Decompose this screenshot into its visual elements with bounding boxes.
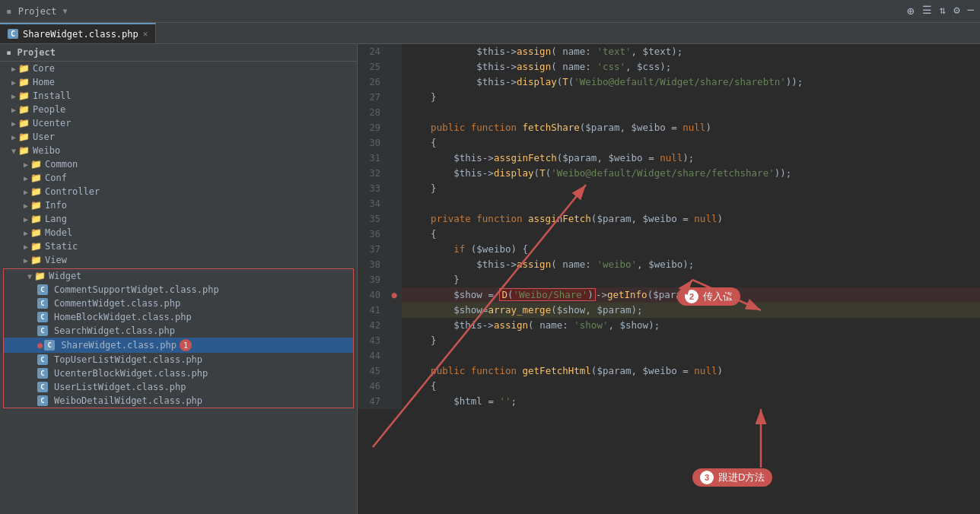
sidebar-item-searchwidget[interactable]: C SearchWidget.class.php <box>4 324 353 338</box>
expand-arrow-view[interactable]: ▶ <box>21 256 30 265</box>
expand-arrow-controller[interactable]: ▶ <box>21 188 30 196</box>
line-content-44 <box>402 348 980 363</box>
expand-arrow-install[interactable]: ▶ <box>9 92 18 100</box>
line-content-39: } <box>402 272 980 287</box>
line-gutter-25 <box>387 59 402 75</box>
code-line-31: 31 $this->assginFetch($param, $weibo = n… <box>358 151 980 166</box>
line-content-37: if ($weibo) { <box>402 242 980 257</box>
file-icon: C <box>37 312 48 322</box>
folder-icon: 📁 <box>18 90 30 101</box>
sidebar-item-people[interactable]: ▶ 📁 People <box>0 103 357 116</box>
sidebar-item-core[interactable]: ▶ 📁 Core <box>0 62 357 75</box>
list-icon[interactable]: ☰ <box>922 4 932 18</box>
line-content-35: private function assginFetch($param, $we… <box>402 211 980 227</box>
folder-icon: 📁 <box>30 159 42 170</box>
line-content-36: { <box>402 227 980 242</box>
sidebar-item-homeblockwidget[interactable]: C HomeBlockWidget.class.php <box>4 310 353 324</box>
sidebar-item-ucenter[interactable]: ▶ 📁 Ucenter <box>0 116 357 130</box>
expand-arrow-info[interactable]: ▶ <box>21 201 30 210</box>
widget-section: ▼ 📁 Widget C CommentSupportWidget.class.… <box>3 268 354 408</box>
code-editor[interactable]: 24 $this->assign( name: 'text', $text); … <box>358 44 980 409</box>
line-number-34: 34 <box>358 196 387 211</box>
line-number-25: 25 <box>358 59 387 75</box>
sidebar-label-widget: Widget <box>49 271 81 281</box>
tab-close-button[interactable]: ✕ <box>143 29 148 39</box>
expand-arrow-people[interactable]: ▶ <box>9 106 18 114</box>
line-number-44: 44 <box>358 348 387 363</box>
file-icon: C <box>37 284 48 295</box>
line-gutter-35 <box>387 211 402 227</box>
expand-arrow-core[interactable]: ▶ <box>9 65 18 73</box>
sidebar-item-weibodetailwidget[interactable]: C WeiboDetailWidget.class.php <box>4 394 353 408</box>
sidebar-item-ucenterblockwidget[interactable]: C UcenterBlockWidget.class.php <box>4 366 353 380</box>
sort-icon[interactable]: ⇅ <box>940 4 946 18</box>
folder-icon: 📁 <box>30 214 42 224</box>
sidebar-item-install[interactable]: ▶ 📁 Install <box>0 89 357 103</box>
line-content-31: $this->assginFetch($param, $weibo = null… <box>402 151 980 166</box>
expand-arrow-model[interactable]: ▶ <box>21 229 30 237</box>
sidebar-item-home[interactable]: ▶ 📁 Home <box>0 75 357 89</box>
sidebar-label-home: Home <box>33 77 55 87</box>
sidebar-label-homeblockwidget: HomeBlockWidget.class.php <box>54 312 192 322</box>
project-title: Project <box>18 6 57 17</box>
sidebar-item-userlistwidget[interactable]: C UserListWidget.class.php <box>4 380 353 394</box>
code-line-35: 35 private function assginFetch($param, … <box>358 211 980 227</box>
minus-icon[interactable]: ─ <box>968 4 974 18</box>
expand-arrow-lang[interactable]: ▶ <box>21 215 30 224</box>
sidebar-item-widget[interactable]: ▼ 📁 Widget <box>4 269 353 283</box>
line-gutter-46 <box>387 379 402 394</box>
line-number-29: 29 <box>358 120 387 135</box>
code-line-39: 39 } <box>358 272 980 287</box>
expand-arrow-widget[interactable]: ▼ <box>25 272 34 281</box>
line-number-27: 27 <box>358 90 387 105</box>
code-line-28: 28 <box>358 105 980 120</box>
folder-icon: 📁 <box>30 200 42 211</box>
tab-sharewidget[interactable]: C ShareWidget.class.php ✕ <box>0 23 156 43</box>
line-gutter-44 <box>387 348 402 363</box>
sidebar-label-common: Common <box>45 159 78 170</box>
sidebar-item-commentwidget[interactable]: C CommentWidget.class.php <box>4 297 353 310</box>
tab-file-icon: C <box>8 29 18 39</box>
sidebar-item-info[interactable]: ▶ 📁 Info <box>0 198 357 212</box>
sidebar-item-weibo[interactable]: ▼ 📁 Weibo <box>0 144 357 157</box>
sidebar-item-static[interactable]: ▶ 📁 Static <box>0 240 357 253</box>
line-content-46: { <box>402 379 980 394</box>
expand-arrow-user[interactable]: ▶ <box>9 133 18 141</box>
sidebar-item-conf[interactable]: ▶ 📁 Conf <box>0 171 357 185</box>
sidebar-item-model[interactable]: ▶ 📁 Model <box>0 226 357 240</box>
line-content-40: $show = D('Weibo/Share')->getInfo($param… <box>402 287 980 303</box>
sidebar-item-common[interactable]: ▶ 📁 Common <box>0 157 357 171</box>
sidebar-label-info: Info <box>45 200 67 211</box>
expand-arrow-ucenter[interactable]: ▶ <box>9 119 18 128</box>
sidebar-item-topuserlistwidget[interactable]: C TopUserListWidget.class.php <box>4 353 353 366</box>
project-dropdown-icon[interactable]: ▼ <box>62 7 67 15</box>
sidebar-item-lang[interactable]: ▶ 📁 Lang <box>0 212 357 226</box>
code-line-38: 38 $this->assign( name: 'weibo', $weibo)… <box>358 257 980 272</box>
expand-arrow-conf[interactable]: ▶ <box>21 174 30 182</box>
line-content-47: $html = ''; <box>402 394 980 409</box>
settings-icon[interactable]: ⚙ <box>953 4 959 18</box>
line-content-43: } <box>402 333 980 348</box>
sidebar-item-sharewidget[interactable]: ● C ShareWidget.class.php 1 <box>4 338 353 353</box>
code-line-43: 43 } <box>358 333 980 348</box>
target-icon[interactable]: ⊕ <box>907 4 915 18</box>
line-content-28 <box>402 105 980 120</box>
annotation-text-3: 跟进D方法 <box>718 471 765 484</box>
line-number-43: 43 <box>358 333 387 348</box>
expand-arrow-common[interactable]: ▶ <box>21 160 30 169</box>
code-line-41: 41 $show=array_merge($show, $param); <box>358 303 980 318</box>
sidebar-item-controller[interactable]: ▶ 📁 Controller <box>0 185 357 198</box>
file-icon: C <box>37 298 48 309</box>
sidebar-item-view[interactable]: ▶ 📁 View <box>0 253 357 267</box>
sidebar-label-lang: Lang <box>45 214 67 224</box>
sidebar-item-user[interactable]: ▶ 📁 User <box>0 130 357 144</box>
sidebar-label-searchwidget: SearchWidget.class.php <box>54 325 175 336</box>
expand-arrow-home[interactable]: ▶ <box>9 78 18 87</box>
line-number-24: 24 <box>358 44 387 59</box>
line-number-36: 36 <box>358 227 387 242</box>
sidebar-label-model: Model <box>45 227 72 238</box>
expand-arrow-static[interactable]: ▶ <box>21 243 30 251</box>
expand-arrow-weibo[interactable]: ▼ <box>9 147 18 155</box>
sidebar-item-commentsupportwidget[interactable]: C CommentSupportWidget.class.php <box>4 283 353 297</box>
code-line-42: 42 $this->assign( name: 'show', $show); <box>358 318 980 333</box>
